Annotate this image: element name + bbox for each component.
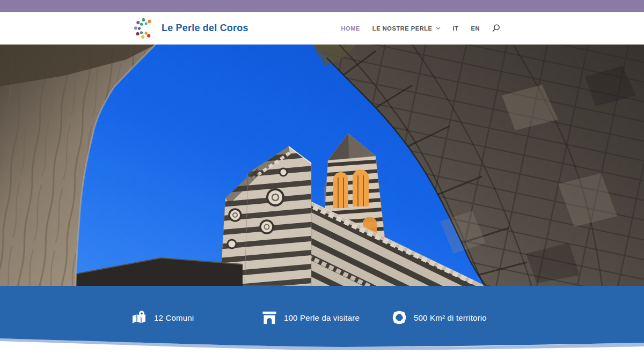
top-accent-bar xyxy=(0,0,644,12)
stat-label: 12 Comuni xyxy=(154,313,194,322)
search-icon[interactable] xyxy=(492,24,500,32)
hero-image xyxy=(0,45,644,286)
stat-territorio: 500 Km² di territorio xyxy=(391,309,521,326)
territory-ring-icon xyxy=(391,309,407,326)
stat-label: 500 Km² di territorio xyxy=(414,313,487,322)
site-header: Le Perle del Coros HOME LE NOSTRE PERLE … xyxy=(0,12,644,45)
chevron-down-icon xyxy=(436,27,441,30)
stat-comuni: 12 Comuni xyxy=(131,309,261,326)
stats-band: 12 Comuni 100 Perle da visitare 500 Km² … xyxy=(0,286,644,362)
nav-item-le-nostre-perle[interactable]: LE NOSTRE PERLE xyxy=(372,25,441,32)
site-logo[interactable]: Le Perle del Coros xyxy=(133,17,248,40)
nav-item-home[interactable]: HOME xyxy=(341,25,360,32)
logo-dots-icon xyxy=(133,17,157,40)
stat-label: 100 Perle da visitare xyxy=(284,313,360,322)
logo-title: Le Perle del Coros xyxy=(162,23,248,34)
main-nav: HOME LE NOSTRE PERLE IT EN xyxy=(341,24,500,32)
map-pin-icon xyxy=(131,309,148,326)
stat-perle: 100 Perle da visitare xyxy=(261,309,391,326)
stats-row: 12 Comuni 100 Perle da visitare 500 Km² … xyxy=(131,309,521,326)
nav-item-lang-it[interactable]: IT xyxy=(453,25,459,32)
nav-item-lang-en[interactable]: EN xyxy=(471,25,480,32)
arch-monument-icon xyxy=(261,309,277,326)
